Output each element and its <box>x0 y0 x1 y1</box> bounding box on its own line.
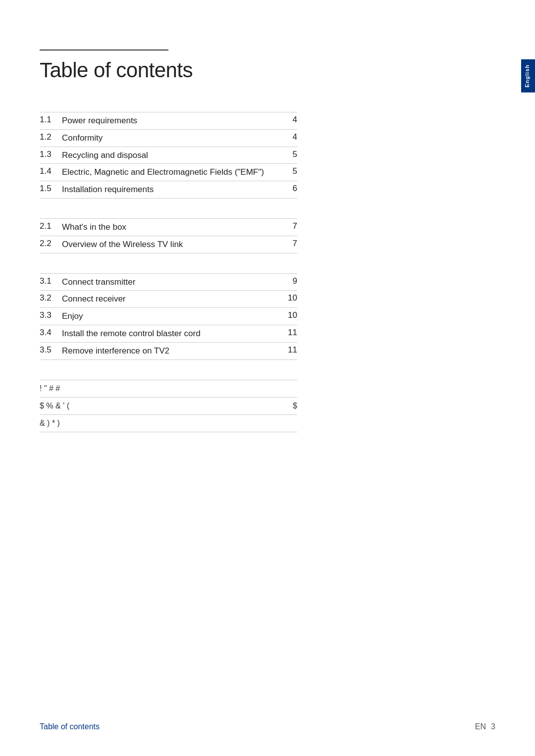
toc-page: 11 <box>282 325 297 342</box>
toc-title[interactable]: Connect receiver <box>62 291 282 308</box>
toc-title[interactable]: Power requirements <box>62 112 282 130</box>
toc-row: 1.1Power requirements4 <box>40 112 297 130</box>
toc-title[interactable]: Enjoy <box>62 308 282 325</box>
page-title: Table of contents <box>40 58 495 82</box>
toc-row: 3.3Enjoy10 <box>40 308 297 325</box>
footer-toc-label: Table of contents <box>40 722 100 731</box>
garbled-line-3-left: & ) * ) <box>40 419 60 428</box>
toc-page: 5 <box>282 147 297 164</box>
toc-page: 7 <box>282 236 297 253</box>
toc-table-1: 1.1Power requirements41.2Conformity41.3R… <box>40 112 297 199</box>
toc-row: 1.3Recycling and disposal5 <box>40 147 297 164</box>
toc-page: 7 <box>282 218 297 236</box>
toc-row: 2.2Overview of the Wireless TV link7 <box>40 236 297 253</box>
toc-page: 4 <box>282 129 297 147</box>
toc-num: 1.4 <box>40 164 62 181</box>
toc-row: 3.5Remove interference on TV211 <box>40 342 297 359</box>
toc-page: 10 <box>282 308 297 325</box>
footer-lang: EN <box>475 722 486 731</box>
toc-row: 2.1What's in the box7 <box>40 218 297 236</box>
garbled-line-2: $ % & ' ( $ <box>40 397 297 414</box>
header-line <box>40 50 168 50</box>
toc-row: 1.2Conformity4 <box>40 129 297 147</box>
toc-num: 2.2 <box>40 236 62 253</box>
toc-num: 3.1 <box>40 273 62 291</box>
toc-row: 1.5Installation requirements6 <box>40 181 297 199</box>
garbled-section: ! " # # $ % & ' ( $ & ) * ) <box>40 380 297 432</box>
toc-row: 3.1Connect transmitter9 <box>40 273 297 291</box>
toc-section-2: 2.1What's in the box72.2Overview of the … <box>40 218 495 253</box>
toc-title[interactable]: What's in the box <box>62 218 282 236</box>
toc-num: 3.5 <box>40 342 62 359</box>
toc-row: 3.2Connect receiver10 <box>40 291 297 308</box>
toc-title[interactable]: Overview of the Wireless TV link <box>62 236 282 253</box>
footer-right: EN 3 <box>475 722 495 731</box>
toc-title[interactable]: Remove interference on TV2 <box>62 342 282 359</box>
toc-num: 1.3 <box>40 147 62 164</box>
toc-page: 5 <box>282 164 297 181</box>
toc-table-3: 3.1Connect transmitter93.2Connect receiv… <box>40 273 297 360</box>
language-tab: English <box>521 59 535 93</box>
garbled-line-2-right: $ <box>293 402 297 410</box>
garbled-line-1: ! " # # <box>40 380 297 397</box>
toc-row: 1.4Electric, Magnetic and Electromagneti… <box>40 164 297 181</box>
toc-table-2: 2.1What's in the box72.2Overview of the … <box>40 218 297 253</box>
toc-page: 6 <box>282 181 297 199</box>
garbled-line-2-left: $ % & ' ( <box>40 402 69 410</box>
language-tab-label: English <box>524 64 530 88</box>
toc-row: 3.4Install the remote control blaster co… <box>40 325 297 342</box>
garbled-line-1-left: ! " # # <box>40 384 60 393</box>
toc-num: 3.3 <box>40 308 62 325</box>
toc-section-1: 1.1Power requirements41.2Conformity41.3R… <box>40 112 495 199</box>
toc-num: 1.2 <box>40 129 62 147</box>
garbled-line-3: & ) * ) <box>40 414 297 432</box>
page-container: English Table of contents 1.1Power requi… <box>0 0 535 756</box>
toc-num: 3.4 <box>40 325 62 342</box>
toc-title[interactable]: Connect transmitter <box>62 273 282 291</box>
toc-section-3: 3.1Connect transmitter93.2Connect receiv… <box>40 273 495 360</box>
footer-page-number: 3 <box>491 722 495 731</box>
toc-title[interactable]: Conformity <box>62 129 282 147</box>
toc-num: 2.1 <box>40 218 62 236</box>
toc-page: 9 <box>282 273 297 291</box>
toc-title[interactable]: Install the remote control blaster cord <box>62 325 282 342</box>
toc-title[interactable]: Electric, Magnetic and Electromagnetic F… <box>62 164 282 181</box>
toc-page: 10 <box>282 291 297 308</box>
toc-num: 3.2 <box>40 291 62 308</box>
page-footer: Table of contents EN 3 <box>40 722 495 731</box>
toc-num: 1.1 <box>40 112 62 130</box>
toc-title[interactable]: Recycling and disposal <box>62 147 282 164</box>
toc-page: 4 <box>282 112 297 130</box>
toc-page: 11 <box>282 342 297 359</box>
toc-num: 1.5 <box>40 181 62 199</box>
toc-title[interactable]: Installation requirements <box>62 181 282 199</box>
